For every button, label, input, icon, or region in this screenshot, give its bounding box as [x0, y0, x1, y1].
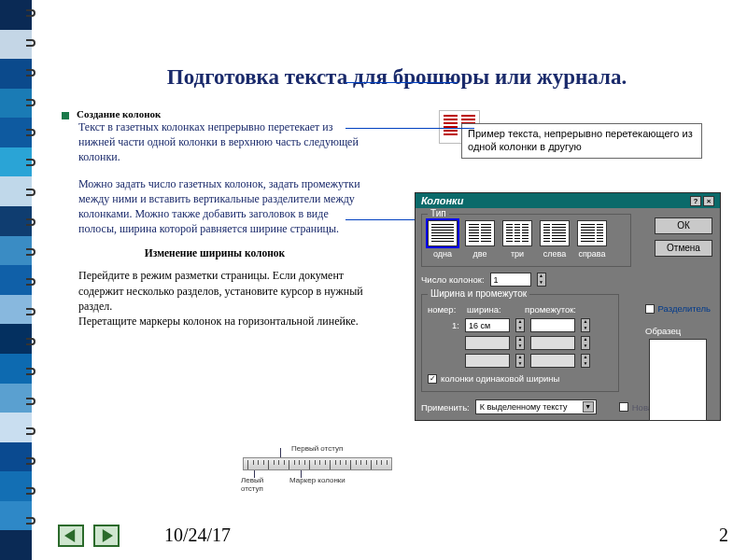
column-type-option[interactable]: три — [502, 220, 532, 259]
width-group-label: Ширина и промежуток — [428, 288, 529, 299]
connector-line — [345, 128, 474, 129]
svg-marker-1 — [103, 529, 113, 542]
num-columns-field[interactable]: 1 — [490, 273, 531, 287]
row3-gap — [530, 354, 575, 368]
row1-gap-spinner[interactable]: ▲▼ — [581, 318, 590, 332]
connector-line — [345, 82, 458, 83]
spinner-disabled: ▲▼ — [515, 336, 525, 350]
footer-date: 10/24/17 — [164, 525, 231, 546]
width-group: Ширина и промежуток номер: ширина: проме… — [421, 294, 619, 392]
row2-gap — [530, 336, 575, 350]
paragraph-1: Текст в газетных колонках непрерывно пер… — [78, 119, 364, 165]
ok-button[interactable]: ОК — [655, 217, 712, 234]
paragraph-2: Можно задать число газетных колонок, зад… — [78, 176, 364, 237]
arrow-right-icon — [100, 529, 113, 542]
spinner-disabled: ▲▼ — [581, 354, 590, 368]
spinner-disabled: ▲▼ — [581, 336, 590, 350]
arrow-left-icon — [64, 529, 78, 542]
hdr-num: номер: — [428, 304, 461, 315]
row1-width[interactable]: 16 см — [465, 318, 510, 332]
bullet-item: Создание колонок — [65, 108, 364, 119]
ruler-leader-line — [254, 470, 255, 478]
ruler-diagram: Первый отступ Левый отступ Маркер колонк… — [243, 457, 392, 470]
prev-slide-button[interactable] — [58, 525, 84, 547]
page-title: Подготовка текста для брошюры или журнал… — [56, 65, 738, 90]
dialog-titlebar: Колонки ? × — [416, 193, 720, 208]
checkbox-box — [645, 304, 655, 314]
ruler-marker-label: Маркер колонки — [289, 476, 345, 484]
ruler-left-label: Левый отступ — [241, 476, 273, 493]
row3-width — [465, 354, 510, 368]
apply-value: К выделенному тексту — [480, 402, 568, 412]
slide-content: Подготовка текста для брошюры или журнал… — [56, 0, 738, 560]
column-type-option[interactable]: одна — [428, 220, 458, 259]
hdr-width: ширина: — [467, 304, 519, 315]
equal-label: колонки одинаковой ширины — [441, 373, 559, 384]
columns-dialog: Колонки ? × ОК Отмена Тип однадветрислев… — [415, 192, 721, 421]
help-icon[interactable]: ? — [690, 196, 701, 206]
close-icon[interactable]: × — [703, 196, 714, 206]
bullet-icon — [62, 112, 69, 119]
cancel-button[interactable]: Отмена — [655, 240, 712, 257]
ruler-bar — [243, 457, 392, 470]
type-group-label: Тип — [428, 208, 449, 218]
ruler-leader-line — [301, 470, 302, 478]
column-type-option[interactable]: две — [465, 220, 495, 259]
row1-width-spinner[interactable]: ▲▼ — [515, 318, 525, 332]
spiral-binding — [0, 0, 35, 560]
column-type-label: одна — [428, 249, 458, 259]
chevron-down-icon: ▼ — [583, 401, 594, 413]
next-slide-button[interactable] — [93, 525, 120, 547]
spinner-disabled: ▲▼ — [515, 354, 525, 368]
column-type-label: две — [465, 249, 495, 259]
divider-checkbox[interactable]: Разделитель — [645, 303, 711, 314]
divider-label: Разделитель — [658, 303, 711, 314]
type-group: Тип однадветрислевасправа — [421, 214, 631, 267]
ruler-top-label: Первый отступ — [291, 444, 343, 453]
column-type-label: справа — [577, 249, 607, 259]
bullet-heading: Создание колонок — [77, 108, 161, 119]
hdr-gap: промежуток: — [525, 304, 576, 315]
paragraph-3: Перейдите в режим разметки страницы. Есл… — [78, 268, 364, 329]
row1-num: 1: — [428, 320, 459, 330]
subheading: Изменение ширины колонок — [65, 247, 364, 259]
checkbox-box — [619, 402, 628, 412]
row2-width — [465, 336, 510, 350]
column-type-label: слева — [540, 249, 570, 259]
apply-label: Применить: — [421, 402, 470, 413]
column-type-label: три — [502, 249, 532, 259]
sample-group: Образец — [645, 326, 711, 421]
text-column: Создание колонок Текст в газетных колонк… — [56, 108, 364, 340]
column-type-option[interactable]: справа — [577, 220, 607, 259]
sample-preview — [649, 339, 707, 421]
footer-page: 2 — [719, 525, 728, 546]
equal-width-checkbox[interactable]: ✓ колонки одинаковой ширины — [428, 373, 613, 384]
svg-marker-0 — [64, 529, 75, 542]
num-columns-label: Число колонок: — [421, 274, 485, 285]
row1-gap[interactable] — [530, 318, 575, 332]
sample-label: Образец — [645, 326, 711, 336]
checkbox-box: ✓ — [428, 374, 437, 384]
column-type-option[interactable]: слева — [540, 220, 570, 259]
dialog-title-text: Колонки — [421, 195, 463, 206]
apply-dropdown[interactable]: К выделенному тексту ▼ — [475, 399, 597, 414]
num-columns-spinner[interactable]: ▲▼ — [537, 273, 546, 287]
illustration-column: Пример текста, непрерывно перетекающего … — [364, 108, 738, 340]
example-caption: Пример текста, непрерывно перетекающего … — [461, 123, 702, 159]
